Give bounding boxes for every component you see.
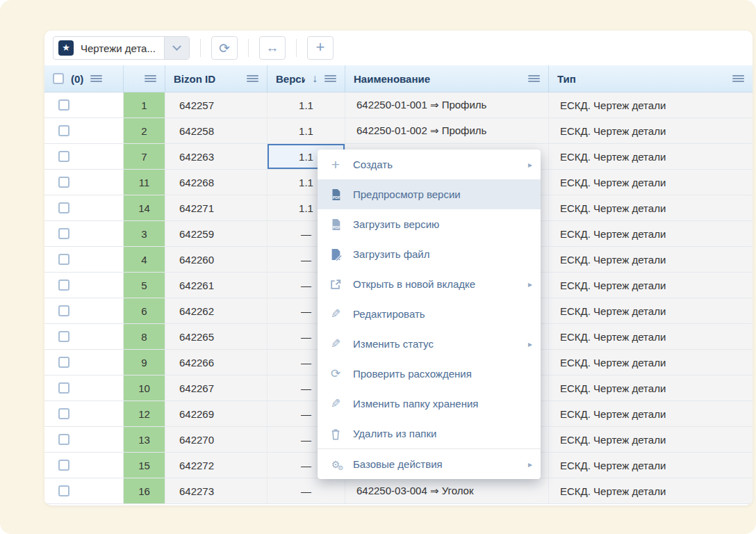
context-menu-item[interactable]: Открыть в новой вкладке ▸: [318, 269, 541, 299]
row-number-cell[interactable]: 2: [124, 118, 165, 143]
column-header-type[interactable]: Тип: [549, 65, 753, 92]
type-cell[interactable]: ЕСКД. Чертеж детали: [549, 324, 753, 349]
row-checkbox[interactable]: [58, 434, 69, 445]
row-number-cell[interactable]: 3: [124, 221, 165, 246]
column-menu-icon[interactable]: [90, 74, 102, 83]
bizon-id-cell[interactable]: 642262: [165, 298, 268, 323]
bizon-id-cell[interactable]: 642265: [165, 324, 268, 349]
row-select-cell: [44, 144, 124, 169]
row-checkbox[interactable]: [58, 305, 69, 316]
type-cell[interactable]: ЕСКД. Чертеж детали: [549, 92, 753, 118]
bizon-id-cell[interactable]: 642273: [165, 478, 268, 503]
type-cell[interactable]: ЕСКД. Чертеж детали: [549, 170, 753, 195]
fit-width-button[interactable]: ↔: [259, 36, 286, 60]
row-checkbox[interactable]: [58, 99, 69, 111]
refresh-button[interactable]: ⟳: [211, 36, 238, 60]
row-number-cell[interactable]: 12: [124, 401, 165, 426]
row-number-cell[interactable]: 5: [124, 273, 165, 298]
type-cell[interactable]: ЕСКД. Чертеж детали: [549, 195, 753, 220]
type-cell[interactable]: ЕСКД. Чертеж детали: [549, 118, 753, 143]
row-checkbox[interactable]: [58, 331, 69, 342]
context-menu-item[interactable]: PDF Загрузить версию: [318, 209, 541, 239]
column-header-version[interactable]: Версия ↓: [268, 65, 345, 92]
row-number-cell[interactable]: 7: [124, 144, 165, 169]
type-cell[interactable]: ЕСКД. Чертеж детали: [549, 221, 753, 246]
select-all-checkbox[interactable]: [53, 73, 64, 84]
context-menu-item[interactable]: ⟳ Проверить расхождения: [318, 359, 541, 389]
column-menu-icon[interactable]: [145, 74, 156, 83]
row-number-cell[interactable]: 15: [124, 453, 165, 478]
row-checkbox[interactable]: [58, 485, 69, 496]
column-header-bizon-id[interactable]: Bizon ID: [165, 65, 268, 92]
row-checkbox[interactable]: [58, 382, 69, 394]
row-number-cell[interactable]: 4: [124, 247, 165, 272]
type-cell[interactable]: ЕСКД. Чертеж детали: [549, 453, 753, 478]
bizon-id-cell[interactable]: 642257: [165, 92, 268, 118]
bizon-id-cell[interactable]: 642261: [165, 273, 268, 298]
row-checkbox[interactable]: [58, 151, 69, 162]
type-cell[interactable]: ЕСКД. Чертеж детали: [549, 375, 753, 400]
type-cell[interactable]: ЕСКД. Чертеж детали: [549, 427, 753, 452]
bizon-id-cell[interactable]: 642260: [165, 247, 268, 272]
view-selector-dropdown[interactable]: ★ Чертежи дета...: [53, 36, 190, 60]
name-cell[interactable]: 642250-01-002 ⇒ Профиль: [345, 118, 549, 143]
bizon-id-cell[interactable]: 642267: [165, 375, 268, 400]
row-checkbox[interactable]: [58, 228, 69, 239]
context-menu-item[interactable]: Удалить из папки: [318, 419, 541, 448]
row-number-cell[interactable]: 14: [124, 195, 165, 220]
type-cell[interactable]: ЕСКД. Чертеж детали: [549, 273, 753, 298]
column-menu-icon[interactable]: [528, 74, 540, 83]
context-menu-item[interactable]: PDF Предпросмотр версии: [318, 179, 541, 209]
version-cell[interactable]: 1.1: [268, 92, 345, 118]
row-number-cell[interactable]: 9: [124, 350, 165, 375]
column-menu-icon[interactable]: [247, 74, 258, 83]
bizon-id-cell[interactable]: 642266: [165, 350, 268, 375]
type-cell[interactable]: ЕСКД. Чертеж детали: [549, 144, 753, 169]
row-checkbox[interactable]: [58, 357, 69, 368]
row-checkbox[interactable]: [58, 254, 69, 265]
column-menu-icon[interactable]: [324, 74, 336, 83]
name-cell[interactable]: 642250-01-001 ⇒ Профиль: [345, 92, 549, 118]
column-header-select[interactable]: (0): [44, 65, 124, 92]
bizon-id-cell[interactable]: 642272: [165, 453, 268, 478]
context-menu-item[interactable]: ✎ Изменить статус ▸: [318, 329, 541, 359]
type-cell[interactable]: ЕСКД. Чертеж детали: [549, 350, 753, 375]
bizon-id-cell[interactable]: 642268: [165, 170, 268, 195]
context-menu-item[interactable]: ⚙⚙ Базовые действия ▸: [318, 449, 541, 479]
context-menu-item[interactable]: Загрузить файл: [318, 239, 541, 269]
version-cell[interactable]: 1.1: [268, 118, 345, 143]
bizon-id-cell[interactable]: 642258: [165, 118, 268, 143]
row-number-cell[interactable]: 13: [124, 427, 165, 452]
row-checkbox[interactable]: [58, 408, 69, 419]
menu-item-label: Изменить папку хранения: [353, 398, 522, 410]
row-checkbox[interactable]: [58, 125, 69, 136]
row-number-cell[interactable]: 11: [124, 170, 165, 195]
type-cell[interactable]: ЕСКД. Чертеж детали: [549, 298, 753, 323]
row-checkbox[interactable]: [58, 460, 69, 471]
context-menu-item[interactable]: ✎ Изменить папку хранения: [318, 389, 541, 419]
type-cell[interactable]: ЕСКД. Чертеж детали: [549, 478, 753, 503]
row-checkbox[interactable]: [58, 280, 69, 291]
context-menu-item[interactable]: + Создать ▸: [318, 149, 541, 179]
version-cell[interactable]: —: [268, 478, 345, 503]
bizon-id-cell[interactable]: 642271: [165, 195, 268, 220]
bizon-id-cell[interactable]: 642269: [165, 401, 268, 426]
type-cell[interactable]: ЕСКД. Чертеж детали: [549, 401, 753, 426]
row-number-cell[interactable]: 1: [124, 92, 165, 118]
bizon-id-cell[interactable]: 642259: [165, 221, 268, 246]
bizon-id-cell[interactable]: 642263: [165, 144, 268, 169]
type-cell[interactable]: ЕСКД. Чертеж детали: [549, 247, 753, 272]
row-number-cell[interactable]: 6: [124, 298, 165, 323]
column-menu-icon[interactable]: [732, 74, 744, 83]
add-button[interactable]: +: [307, 36, 334, 60]
name-cell[interactable]: 642250-03-004 ⇒ Уголок: [345, 478, 549, 503]
column-header-rownum[interactable]: [124, 65, 165, 92]
context-menu-item[interactable]: ✎ Редактировать: [318, 299, 541, 329]
row-number-cell[interactable]: 10: [124, 375, 165, 400]
row-number-cell[interactable]: 8: [124, 324, 165, 349]
row-checkbox[interactable]: [58, 177, 69, 188]
row-number-cell[interactable]: 16: [124, 478, 165, 503]
bizon-id-cell[interactable]: 642270: [165, 427, 268, 452]
row-checkbox[interactable]: [58, 202, 69, 213]
column-header-name[interactable]: Наименование: [345, 65, 549, 92]
